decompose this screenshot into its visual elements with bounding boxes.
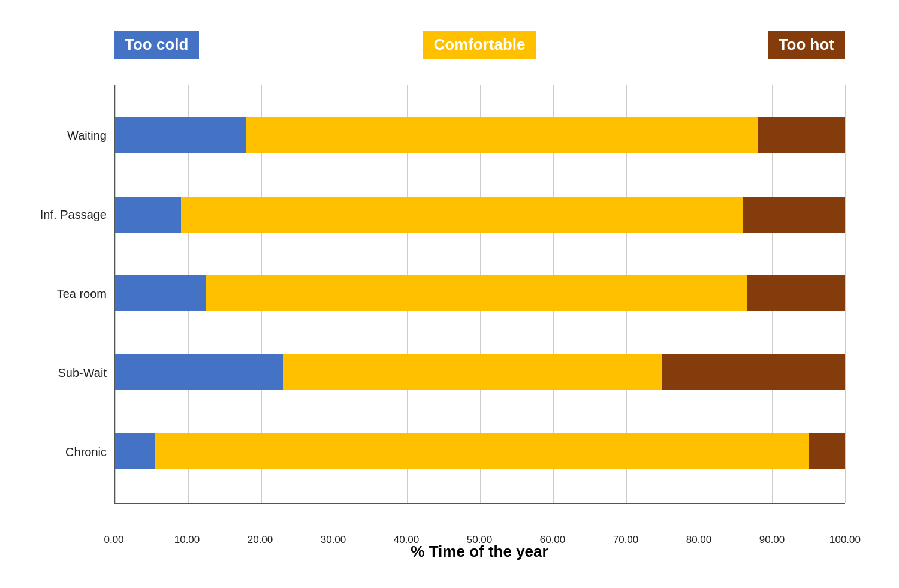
- legend-comfortable-label: Comfortable: [433, 35, 525, 54]
- bar-segment-cold: [115, 117, 246, 153]
- legend-area: Too cold Comfortable Too hot: [114, 31, 845, 59]
- bar-row: [115, 433, 845, 469]
- bar-track: [115, 354, 845, 390]
- bar-segment-comfortable: [155, 433, 809, 469]
- bars-area: [115, 85, 845, 503]
- bar-track: [115, 433, 845, 469]
- bar-track: [115, 197, 845, 233]
- y-axis-label: Waiting: [30, 118, 114, 154]
- bar-segment-hot: [662, 354, 845, 390]
- chart-area: [114, 85, 845, 504]
- bar-segment-hot: [758, 117, 845, 153]
- bar-row: [115, 275, 845, 311]
- legend-cold: Too cold: [114, 31, 199, 59]
- bar-segment-comfortable: [246, 117, 758, 153]
- bar-segment-comfortable: [181, 197, 743, 233]
- grid-line: [845, 85, 846, 503]
- legend-hot: Too hot: [768, 31, 845, 59]
- bar-segment-comfortable: [283, 354, 662, 390]
- bar-segment-cold: [115, 433, 155, 469]
- x-axis-title: % Time of the year: [114, 542, 845, 561]
- bar-segment-comfortable: [206, 275, 746, 311]
- y-axis-label: Tea room: [30, 276, 114, 312]
- bar-segment-hot: [809, 433, 845, 469]
- bar-row: [115, 117, 845, 153]
- chart-container: Too cold Comfortable Too hot WaitingInf.…: [30, 25, 869, 564]
- y-axis-label: Sub-Wait: [30, 355, 114, 391]
- bar-track: [115, 117, 845, 153]
- legend-hot-label: Too hot: [779, 35, 834, 54]
- legend-comfortable: Comfortable: [423, 31, 536, 59]
- bar-row: [115, 354, 845, 390]
- bar-segment-cold: [115, 275, 206, 311]
- legend-cold-label: Too cold: [125, 35, 188, 54]
- bar-row: [115, 197, 845, 233]
- bar-segment-hot: [747, 275, 845, 311]
- bar-segment-hot: [743, 197, 845, 233]
- y-axis-label: Chronic: [30, 435, 114, 471]
- y-labels: WaitingInf. PassageTea roomSub-WaitChron…: [30, 85, 114, 504]
- bar-segment-cold: [115, 354, 283, 390]
- bar-segment-cold: [115, 197, 181, 233]
- bar-track: [115, 275, 845, 311]
- y-axis-label: Inf. Passage: [30, 197, 114, 233]
